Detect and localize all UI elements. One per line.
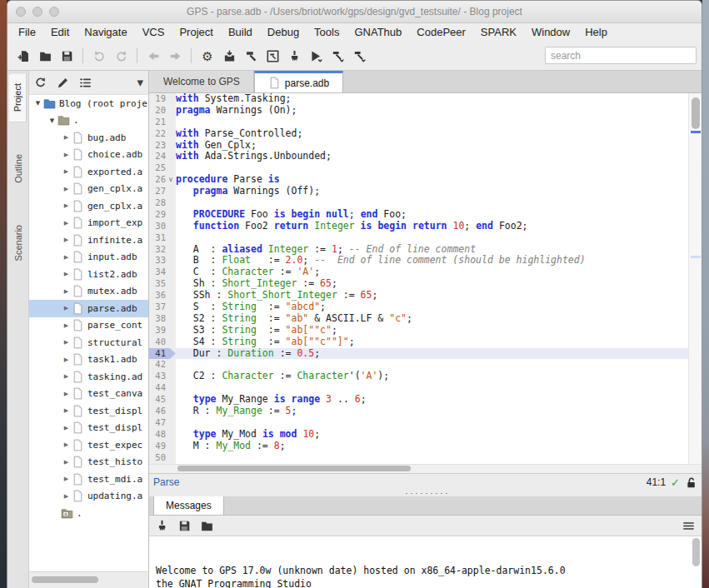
line-number[interactable]: 49 (149, 441, 166, 452)
compile-file-button[interactable] (262, 45, 283, 67)
tree-item-parse-cont[interactable]: ▶parse_cont (29, 317, 148, 335)
tree-item-list2-adb[interactable]: ▶list2.adb (29, 266, 148, 283)
code-line-44[interactable]: 44 (149, 382, 702, 394)
expand-arrow-icon[interactable]: ▶ (61, 288, 72, 295)
code-line-32[interactable]: 32 A : aliased Integer := 1; -- End of l… (149, 244, 702, 256)
expand-arrow-icon[interactable]: ▶ (61, 305, 72, 311)
line-number[interactable]: 20 (149, 105, 166, 117)
forward-button[interactable] (164, 45, 186, 67)
editor-hscrollbar[interactable] (149, 464, 702, 473)
line-number[interactable]: 46 (149, 406, 166, 417)
side-tab-project[interactable]: Project (9, 72, 27, 122)
compile-button[interactable] (240, 45, 262, 67)
fold-arrow-icon[interactable]: ∨ (166, 174, 176, 186)
code-line-42[interactable]: 42 (149, 359, 702, 371)
line-number[interactable]: 28 (149, 197, 166, 209)
code-line-46[interactable]: 46 R : My_Range := 5; (149, 406, 702, 417)
menu-codepeer[interactable]: CodePeer (409, 23, 473, 42)
redo-button[interactable] (110, 45, 132, 67)
line-number[interactable]: 47 (149, 417, 166, 429)
code-line-40[interactable]: 40 S4 : String := "ab[""c""]"; (149, 336, 702, 348)
line-number[interactable]: 45 (149, 394, 166, 406)
line-number[interactable]: 35 (149, 278, 166, 290)
code-line-41[interactable]: 41 Dur : Duration := 0.5; (149, 348, 702, 360)
code-line-27[interactable]: 27 pragma Warnings (Off); (149, 186, 702, 197)
expand-arrow-icon[interactable]: ▶ (61, 202, 72, 209)
menu-vcs[interactable]: VCS (135, 23, 172, 42)
expand-arrow-icon[interactable]: ▶ (61, 493, 72, 500)
menu-project[interactable]: Project (172, 23, 220, 42)
code-line-34[interactable]: 34 C : Character := 'A'; (149, 267, 702, 278)
menu-help[interactable]: Help (577, 23, 615, 42)
expand-arrow-icon[interactable]: ▶ (61, 322, 72, 329)
expand-arrow-icon[interactable]: ▶ (61, 186, 72, 192)
menu-debug[interactable]: Debug (260, 23, 307, 42)
tree-item-import-exp[interactable]: ▶import_exp (29, 215, 148, 232)
expand-arrow-icon[interactable]: ▶ (61, 459, 72, 466)
tree-item--[interactable]: o. (29, 505, 148, 522)
expand-arrow-icon[interactable]: ▶ (61, 271, 72, 277)
tree-item-updating-a[interactable]: ▶updating.a (29, 488, 148, 506)
line-number[interactable]: 44 (149, 382, 166, 394)
code-line-33[interactable]: 33 B : Float := 2.0; -- End of line comm… (149, 255, 702, 267)
menu-gnathub[interactable]: GNAThub (347, 23, 409, 42)
side-tab-scenario[interactable]: Scenario (10, 215, 27, 271)
tree-item-blog-root-proje[interactable]: ▼Blog (root proje (29, 95, 148, 112)
code-line-48[interactable]: 48 type My_Mod is mod 10; (149, 429, 702, 441)
line-number[interactable]: 29 (149, 209, 166, 221)
expand-arrow-icon[interactable]: ▶ (61, 476, 72, 482)
line-number[interactable]: 24 (149, 151, 166, 162)
messages-vscroll-thumb[interactable] (692, 538, 700, 566)
editor-hscroll-thumb[interactable] (177, 466, 411, 471)
code-line-20[interactable]: 20pragma Warnings (On); (149, 105, 702, 117)
line-number[interactable]: 21 (149, 117, 166, 128)
expand-arrow-icon[interactable]: ▶ (61, 373, 72, 380)
back-button[interactable] (142, 45, 164, 67)
code-line-23[interactable]: 23with Gen_Cplx; (149, 140, 702, 152)
close-window-button[interactable] (16, 7, 26, 17)
open-folder-button[interactable] (201, 520, 213, 532)
tree-item-task1-adb[interactable]: ▶task1.adb (29, 351, 148, 369)
tree-item-infinite-a[interactable]: ▶infinite.a (29, 232, 148, 249)
line-number[interactable]: 33 (149, 255, 166, 267)
menu-tools[interactable]: Tools (307, 23, 347, 42)
expand-arrow-icon[interactable]: ▶ (61, 237, 72, 243)
tree-item-structural[interactable]: ▶structural (29, 334, 148, 351)
editor-messages-splitter[interactable] (149, 491, 702, 496)
line-number[interactable]: 34 (149, 267, 166, 278)
line-number[interactable]: 42 (149, 359, 166, 371)
code-line-35[interactable]: 35 Sh : Short_Integer := 65; (149, 278, 702, 290)
line-number[interactable]: 31 (149, 232, 166, 244)
expand-arrow-icon[interactable]: ▶ (61, 425, 72, 431)
clean-button[interactable] (156, 520, 168, 532)
minimize-window-button[interactable] (32, 7, 42, 17)
tree-item-choice-adb[interactable]: ▶choice.adb (29, 147, 148, 164)
collapse-arrow-icon[interactable]: ▼ (47, 117, 57, 124)
refresh-button[interactable] (34, 77, 47, 89)
menu-spark[interactable]: SPARK (473, 23, 524, 42)
save-button[interactable] (178, 520, 191, 532)
titlebar[interactable]: GPS - parse.adb - /Users/briot/work/gps/… (7, 1, 702, 23)
tree-item-exported-a[interactable]: ▶exported.a (29, 163, 148, 181)
list-button[interactable] (79, 77, 92, 89)
tree-item-gen-cplx-a[interactable]: ▶gen_cplx.a (29, 197, 148, 215)
menu-caret-button[interactable]: ▾ (137, 75, 143, 90)
build-main-button[interactable]: ⚙ (197, 45, 218, 67)
menu-navigate[interactable]: Navigate (77, 23, 134, 42)
build-all-button[interactable] (348, 45, 370, 67)
line-number[interactable]: 19 (149, 93, 166, 105)
tree-item-test-expec[interactable]: ▶test_expec (29, 436, 148, 454)
build-and-run-button[interactable] (327, 45, 348, 67)
code-line-50[interactable]: 50 (149, 452, 702, 464)
code-line-45[interactable]: 45 type My_Range is range 3 .. 6; (149, 394, 702, 406)
line-number[interactable]: 43 (149, 371, 166, 382)
new-file-button[interactable] (12, 45, 34, 67)
tree-item-gen-cplx-a[interactable]: ▶gen_cplx.a (29, 181, 148, 198)
code-line-26[interactable]: 26∨procedure Parse is (149, 174, 702, 186)
tree-item-test-histo[interactable]: ▶test_histo (29, 454, 148, 471)
line-number[interactable]: 22 (149, 128, 166, 140)
edit-button[interactable] (57, 77, 69, 89)
editor-tab-parse-adb[interactable]: parse.adb (254, 71, 343, 92)
line-number[interactable]: 23 (149, 140, 166, 152)
menu-build[interactable]: Build (221, 23, 260, 42)
